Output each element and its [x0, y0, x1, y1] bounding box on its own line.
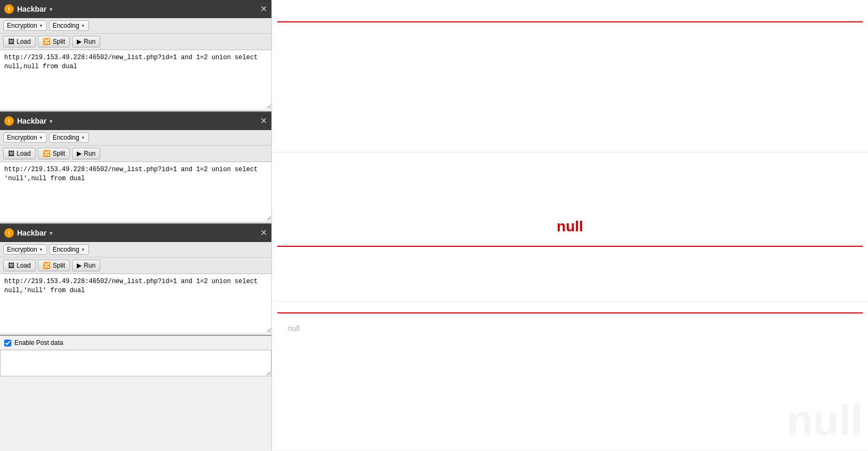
hackbar-2-buttons: 🖼 Load 🔀 Split ▶ Run — [0, 146, 271, 162]
red-line-2 — [277, 246, 863, 247]
hackbar-2-encoding-dropdown[interactable]: Encoding ▼ — [49, 132, 89, 143]
hackbar-3-split-button[interactable]: 🔀 Split — [38, 260, 70, 271]
load-3-icon: 🖼 — [8, 262, 14, 269]
run-1-icon: ▶ — [77, 38, 82, 45]
hackbar-2-title-text: Hackbar — [17, 117, 46, 125]
hackbar-3-buttons: 🖼 Load 🔀 Split ▶ Run — [0, 257, 271, 274]
hackbar-2-close-button[interactable]: ✕ — [260, 117, 267, 125]
null-text-gray: null — [272, 313, 868, 343]
hackbar-3: f Hackbar ▾ ✕ Encryption ▼ Encoding ▼ 🖼 … — [0, 224, 271, 336]
encryption-1-arrow-icon: ▼ — [39, 23, 43, 28]
hackbar-3-close-button[interactable]: ✕ — [260, 229, 267, 237]
hackbar-2-logo: f — [4, 116, 14, 126]
encoding-1-arrow-icon: ▼ — [81, 23, 85, 28]
load-1-icon: 🖼 — [8, 38, 14, 45]
encryption-2-arrow-icon: ▼ — [39, 135, 43, 140]
hackbar-2-split-button[interactable]: 🔀 Split — [38, 148, 70, 159]
post-data-section: Enable Post data — [0, 336, 271, 350]
hackbar-1-title-text: Hackbar — [17, 5, 46, 13]
hackbar-1-logo: f — [4, 4, 14, 14]
left-panel: f Hackbar ▾ ✕ Encryption ▼ Encoding ▼ 🖼 … — [0, 0, 272, 451]
split-2-icon: 🔀 — [43, 150, 51, 157]
right-section-3: null null — [272, 302, 868, 451]
hackbar-3-toolbar: Encryption ▼ Encoding ▼ — [0, 242, 271, 257]
split-1-icon: 🔀 — [43, 38, 51, 45]
run-2-icon: ▶ — [77, 150, 82, 157]
hackbar-3-chevron: ▾ — [50, 230, 52, 236]
hackbar-3-encoding-dropdown[interactable]: Encoding ▼ — [49, 244, 89, 255]
right-section-2: null — [272, 152, 868, 302]
hackbar-1-close-button[interactable]: ✕ — [260, 5, 267, 13]
hackbar-3-run-button[interactable]: ▶ Run — [72, 260, 100, 271]
encoding-2-arrow-icon: ▼ — [81, 135, 85, 140]
hackbar-2-run-button[interactable]: ▶ Run — [72, 148, 100, 159]
hackbar-3-logo: f — [4, 228, 14, 238]
hackbar-1-split-button[interactable]: 🔀 Split — [38, 36, 70, 47]
hackbar-2-title-left: f Hackbar ▾ — [4, 116, 52, 126]
hackbar-3-encryption-dropdown[interactable]: Encryption ▼ — [3, 244, 47, 255]
hackbar-2-chevron: ▾ — [50, 118, 52, 124]
hackbar-1-textarea[interactable]: http://219.153.49.228:46502/new_list.php… — [0, 50, 271, 109]
hackbar-2-textarea[interactable]: http://219.153.49.228:46502/new_list.php… — [0, 162, 271, 221]
split-3-icon: 🔀 — [43, 262, 51, 269]
hackbar-1-buttons: 🖼 Load 🔀 Split ▶ Run — [0, 34, 271, 50]
right-panel: null null null — [272, 0, 868, 451]
encoding-3-arrow-icon: ▼ — [81, 247, 85, 252]
hackbar-1-toolbar: Encryption ▼ Encoding ▼ — [0, 18, 271, 34]
hackbar-2-load-button[interactable]: 🖼 Load — [3, 148, 36, 159]
hackbar-3-title-left: f Hackbar ▾ — [4, 228, 52, 238]
hackbar-2-encryption-dropdown[interactable]: Encryption ▼ — [3, 132, 47, 143]
hackbar-1-chevron: ▾ — [50, 6, 52, 12]
hackbar-2-titlebar: f Hackbar ▾ ✕ — [0, 112, 271, 130]
right-section-1 — [272, 0, 868, 152]
encryption-3-arrow-icon: ▼ — [39, 247, 43, 252]
hackbar-1-title-left: f Hackbar ▾ — [4, 4, 52, 14]
hackbar-3-textarea[interactable]: http://219.153.49.228:46502/new_list.php… — [0, 274, 271, 333]
hackbar-3-title-text: Hackbar — [17, 229, 46, 237]
hackbar-3-load-button[interactable]: 🖼 Load — [3, 260, 36, 271]
watermark: null — [787, 396, 863, 445]
hackbar-2: f Hackbar ▾ ✕ Encryption ▼ Encoding ▼ 🖼 … — [0, 112, 271, 224]
null-text-red: null — [272, 207, 868, 246]
run-3-icon: ▶ — [77, 262, 82, 269]
enable-post-data-label: Enable Post data — [14, 339, 63, 347]
post-data-textarea[interactable] — [0, 350, 271, 376]
red-line-1 — [277, 21, 863, 22]
hackbar-1-titlebar: f Hackbar ▾ ✕ — [0, 0, 271, 18]
hackbar-1-run-button[interactable]: ▶ Run — [72, 36, 100, 47]
load-2-icon: 🖼 — [8, 150, 14, 157]
hackbar-1-encoding-dropdown[interactable]: Encoding ▼ — [49, 20, 89, 31]
hackbar-3-titlebar: f Hackbar ▾ ✕ — [0, 224, 271, 242]
hackbar-2-toolbar: Encryption ▼ Encoding ▼ — [0, 130, 271, 146]
hackbar-1-encryption-dropdown[interactable]: Encryption ▼ — [3, 20, 47, 31]
hackbar-1-load-button[interactable]: 🖼 Load — [3, 36, 36, 47]
hackbar-1: f Hackbar ▾ ✕ Encryption ▼ Encoding ▼ 🖼 … — [0, 0, 271, 112]
enable-post-data-checkbox[interactable] — [4, 340, 11, 347]
